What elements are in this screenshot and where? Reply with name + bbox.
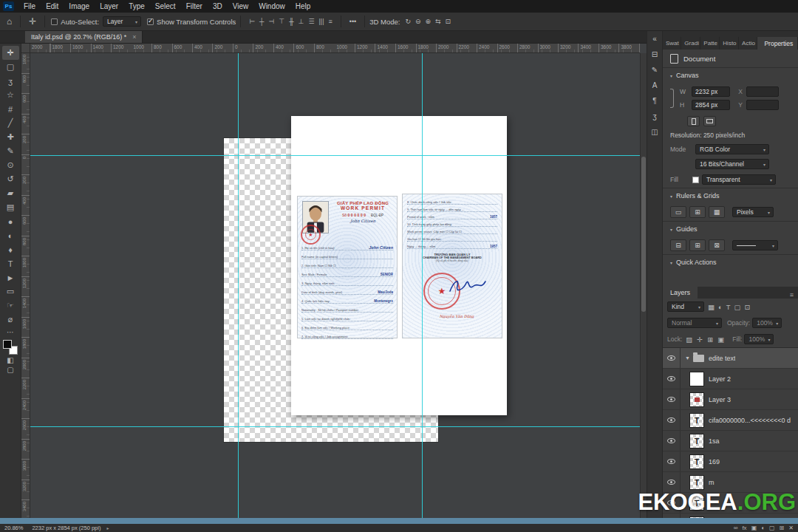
screen-mode-icon[interactable]: ▢ — [7, 366, 13, 374]
menu-item-help[interactable]: Help — [290, 0, 316, 13]
canvas-area[interactable]: ★ GIẤY PHÉP LAO ĐỘNG WORK PERMIT Số 0000… — [30, 53, 640, 518]
tool-gradient-icon[interactable]: ▤ — [2, 200, 19, 214]
delete-layer-icon[interactable]: ✕ — [788, 525, 794, 531]
edit-toolbar-icon[interactable]: ⋯ — [7, 328, 14, 336]
color-mode-select[interactable]: RGB Color — [695, 144, 769, 154]
document-canvas[interactable]: ★ GIẤY PHÉP LAO ĐỘNG WORK PERMIT Số 0000… — [291, 116, 507, 415]
layer-visibility-toggle[interactable] — [663, 431, 681, 451]
quick-mask-icon[interactable]: ◧ — [7, 356, 13, 364]
menu-item-view[interactable]: View — [228, 0, 254, 13]
tool-history-brush-icon[interactable]: ↺ — [2, 172, 19, 186]
layer-visibility-toggle[interactable] — [663, 451, 681, 471]
adjustment-layer-icon[interactable]: ◐ — [761, 525, 765, 531]
toggle-guides-icon[interactable]: ⊟ — [670, 239, 686, 251]
status-flyout-icon[interactable]: ▸ — [106, 525, 109, 531]
fill-select[interactable]: Transparent — [702, 174, 776, 185]
layer-visibility-toggle[interactable] — [663, 389, 681, 409]
lock-pixels-icon[interactable]: ✛ — [695, 335, 704, 344]
guide-horizontal[interactable] — [30, 426, 640, 427]
menu-item-3d[interactable]: 3D — [208, 0, 228, 13]
layer-thumbnail[interactable]: T — [689, 413, 704, 428]
panel-tab-patte[interactable]: Patte — [700, 37, 720, 50]
quick-actions-section-header[interactable]: Quick Actions — [670, 255, 791, 270]
3d-drag-icon[interactable]: ⊕ — [423, 18, 434, 25]
lock-position-icon[interactable]: ⊞ — [706, 335, 715, 344]
panel-menu-icon[interactable]: ≡ — [785, 291, 798, 299]
align-right-edges-icon[interactable]: ⊣ — [266, 18, 276, 25]
3d-scale-icon[interactable]: ⊡ — [443, 18, 454, 25]
layer-visibility-toggle[interactable] — [663, 369, 681, 389]
layer-row[interactable]: T1sa — [663, 431, 798, 451]
height-field[interactable]: 2854 px — [692, 100, 730, 110]
bit-depth-select[interactable]: 16 Bits/Channel — [695, 159, 769, 169]
rulers-grids-section-header[interactable]: Rulers & Grids — [670, 188, 791, 203]
layer-row[interactable]: Layer 2 — [663, 369, 798, 389]
tool-eraser-icon[interactable]: ▰ — [2, 186, 19, 200]
character-panel-icon[interactable]: A — [652, 81, 658, 89]
menu-item-select[interactable]: Select — [150, 0, 181, 13]
align-horizontal-centers-icon[interactable]: ┼ — [257, 18, 266, 25]
tool-move-icon[interactable]: ✛ — [2, 46, 19, 60]
tool-rectangular-marquee-icon[interactable]: ▢ — [2, 60, 19, 74]
toggle-grid-icon[interactable]: ⊞ — [689, 206, 706, 218]
tool-hand-icon[interactable]: ☞ — [2, 299, 19, 313]
tool-pen-icon[interactable]: ♦ — [2, 242, 19, 256]
tool-path-selection-icon[interactable]: ► — [2, 270, 19, 284]
distribute-horizontal-icon[interactable]: ☰ — [306, 18, 316, 25]
layer-thumbnail[interactable]: T — [689, 454, 704, 469]
opacity-select[interactable]: 100% — [752, 318, 782, 328]
lock-transparency-icon[interactable]: ▨ — [684, 335, 694, 344]
guide-vertical[interactable] — [238, 53, 239, 518]
zoom-level[interactable]: 20.86% — [4, 525, 23, 531]
guide-style-select[interactable] — [732, 240, 778, 250]
layer-visibility-toggle[interactable] — [663, 348, 681, 368]
panel-tab-actio[interactable]: Actio — [739, 37, 757, 50]
layer-row[interactable]: Tcifa0000000...<<<<<<<<0 d — [663, 410, 798, 431]
panel-tab-gradi[interactable]: Gradi — [681, 37, 700, 50]
align-vertical-centers-icon[interactable]: ╫ — [287, 18, 296, 25]
paragraph-panel-icon[interactable]: ¶ — [652, 97, 656, 105]
landscape-orientation-button[interactable] — [703, 116, 716, 126]
vertical-ruler[interactable]: 1000800600400200020040060080010001200140… — [21, 53, 30, 518]
tool-quick-selection-icon[interactable]: ☆ — [2, 88, 19, 102]
canvas-vertical-scrollbar[interactable] — [640, 53, 647, 518]
layer-row[interactable]: T169 — [663, 451, 798, 472]
3d-rotate-icon[interactable]: ↻ — [403, 18, 413, 25]
guide-vertical[interactable] — [422, 53, 423, 518]
layer-visibility-toggle[interactable] — [663, 410, 681, 430]
scrollbar-thumb[interactable] — [641, 157, 646, 312]
tool-type-icon[interactable]: T — [2, 256, 19, 270]
lock-guides-icon[interactable]: ⊞ — [689, 239, 706, 251]
3d-roll-icon[interactable]: ⊖ — [413, 18, 423, 25]
x-field[interactable] — [746, 86, 779, 97]
tool-crop-icon[interactable]: # — [2, 102, 19, 116]
align-bottom-edges-icon[interactable]: ⊥ — [296, 18, 307, 25]
units-select[interactable]: Pixels — [732, 207, 774, 217]
foreground-color-swatch[interactable] — [3, 340, 12, 349]
menu-item-file[interactable]: File — [18, 0, 41, 13]
panel-tab-properties[interactable]: Properties — [757, 37, 798, 50]
layer-effects-icon[interactable]: fx — [742, 525, 746, 531]
y-field[interactable] — [746, 100, 779, 110]
group-expand-chevron[interactable]: ▼ — [685, 355, 690, 361]
layer-row[interactable]: ▼edite text — [663, 348, 798, 369]
layer-thumbnail[interactable]: T — [689, 475, 704, 490]
layer-filter-kind-select[interactable]: Kind — [667, 301, 704, 312]
link-layers-icon[interactable]: ∞ — [734, 525, 738, 531]
layer-fill-select[interactable]: 100% — [744, 334, 774, 344]
tool-clone-stamp-icon[interactable]: ⊙ — [2, 158, 19, 172]
layer-mask-icon[interactable]: ▣ — [751, 525, 757, 531]
guides-section-header[interactable]: Guides — [670, 222, 791, 236]
collapse-panels-icon[interactable]: « — [652, 35, 657, 43]
layer-thumbnail[interactable] — [689, 372, 704, 386]
menu-item-type[interactable]: Type — [123, 0, 150, 13]
layer-group-icon[interactable]: ▢ — [769, 525, 775, 531]
align-top-edges-icon[interactable]: ⊤ — [276, 18, 287, 25]
grid-settings-icon[interactable]: ▦ — [709, 206, 725, 218]
tool-brush-icon[interactable]: ✎ — [2, 144, 19, 158]
tool-blur-icon[interactable]: ● — [2, 214, 19, 228]
horizontal-ruler[interactable]: 2000180016001400120010008006004002000200… — [30, 44, 640, 53]
tool-spot-healing-brush-icon[interactable]: ✚ — [2, 130, 19, 144]
link-dimensions-icon[interactable] — [670, 89, 674, 108]
align-left-edges-icon[interactable]: ⊢ — [247, 18, 257, 25]
